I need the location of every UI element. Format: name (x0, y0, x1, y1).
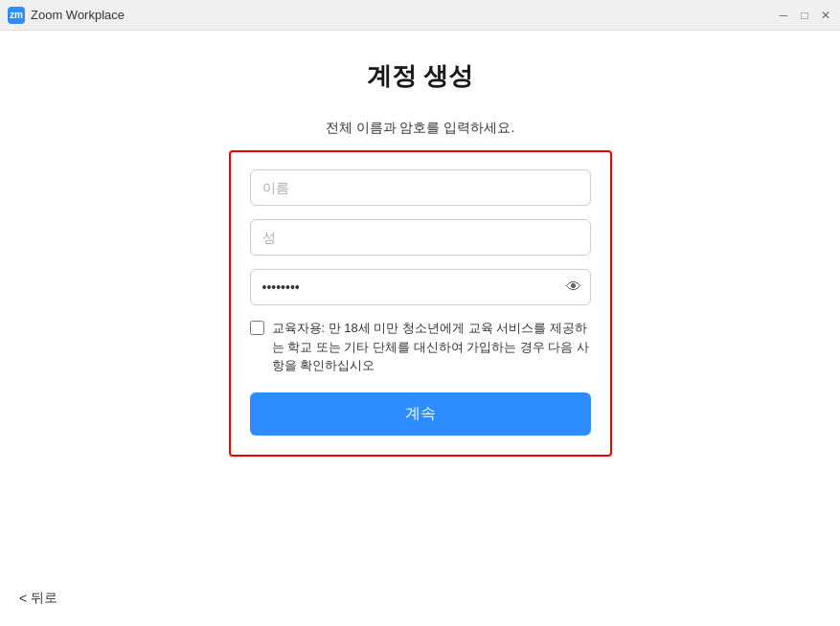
main-content: 계정 생성 전체 이름과 암호를 입력하세요. 👁 교육자용: 만 18세 미만… (0, 31, 840, 626)
toggle-password-icon[interactable]: 👁 (566, 279, 581, 295)
title-bar: zm Zoom Workplace ─ □ ✕ (0, 0, 840, 31)
registration-form: 👁 교육자용: 만 18세 미만 청소년에게 교육 서비스를 제공하는 학교 또… (229, 150, 612, 457)
maximize-button[interactable]: □ (798, 9, 811, 22)
back-button[interactable]: < 뒤로 (19, 590, 57, 607)
page-title: 계정 생성 (367, 59, 473, 93)
education-checkbox-row: 교육자용: 만 18세 미만 청소년에게 교육 서비스를 제공하는 학교 또는 … (250, 319, 591, 375)
last-name-input[interactable] (250, 219, 591, 256)
back-chevron-icon: < (19, 591, 27, 606)
password-input[interactable] (250, 269, 591, 305)
education-checkbox[interactable] (250, 321, 264, 335)
password-group: 👁 (250, 269, 591, 305)
window-controls: ─ □ ✕ (777, 9, 832, 22)
education-checkbox-label[interactable]: 교육자용: 만 18세 미만 청소년에게 교육 서비스를 제공하는 학교 또는 … (272, 319, 591, 375)
last-name-group (250, 219, 591, 256)
title-bar-left: zm Zoom Workplace (8, 7, 125, 24)
first-name-input[interactable] (250, 169, 591, 206)
close-button[interactable]: ✕ (819, 9, 832, 22)
minimize-button[interactable]: ─ (777, 9, 790, 22)
back-label: 뒤로 (31, 590, 57, 607)
continue-button[interactable]: 계속 (250, 392, 591, 436)
app-title: Zoom Workplace (31, 8, 125, 22)
first-name-group (250, 169, 591, 206)
subtitle-text: 전체 이름과 암호를 입력하세요. (326, 120, 515, 137)
zoom-logo-icon: zm (8, 7, 25, 24)
